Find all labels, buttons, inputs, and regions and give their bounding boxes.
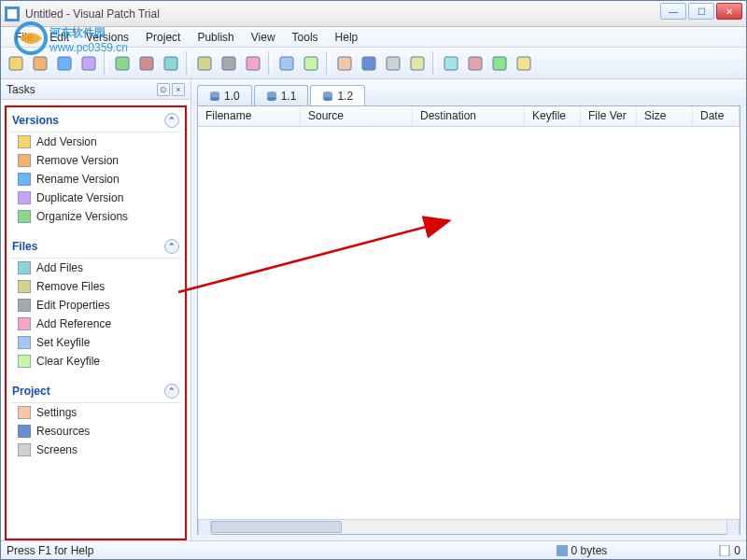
task-item[interactable]: Clear Keyfile bbox=[10, 352, 181, 371]
close-panel-icon[interactable]: × bbox=[172, 83, 185, 96]
screens-icon bbox=[18, 443, 31, 456]
status-bar: Press F1 for Help 0 bytes 0 bbox=[1, 540, 746, 559]
globe-icon[interactable] bbox=[440, 52, 462, 75]
page-edit-icon[interactable] bbox=[242, 52, 264, 75]
column-header[interactable]: Keyfile bbox=[525, 106, 581, 126]
column-header[interactable]: Date bbox=[693, 106, 740, 126]
column-header[interactable]: Destination bbox=[413, 106, 525, 126]
task-item[interactable]: Screens bbox=[10, 441, 181, 459]
close-button[interactable]: ✕ bbox=[716, 3, 742, 20]
task-item[interactable]: Add Version bbox=[10, 133, 181, 151]
column-header[interactable]: Size bbox=[637, 106, 693, 126]
column-label: Destination bbox=[420, 109, 476, 122]
grid-body[interactable] bbox=[198, 127, 740, 519]
task-item[interactable]: Duplicate Version bbox=[10, 189, 181, 207]
user-settings-icon[interactable] bbox=[333, 52, 356, 75]
maximize-button[interactable]: ☐ bbox=[688, 3, 714, 20]
chevron-up-icon[interactable]: ⌃ bbox=[164, 384, 179, 399]
task-label: Add Files bbox=[36, 261, 83, 274]
toolbar-separator bbox=[326, 51, 330, 76]
page-remove-icon[interactable] bbox=[218, 52, 240, 75]
task-item[interactable]: Rename Version bbox=[10, 170, 181, 189]
menu-publish[interactable]: Publish bbox=[189, 29, 242, 46]
task-label: Rename Version bbox=[36, 173, 120, 186]
task-item[interactable]: Set Keyfile bbox=[10, 333, 181, 352]
task-item[interactable]: Settings bbox=[10, 403, 181, 422]
task-label: Remove Files bbox=[36, 280, 105, 293]
settings-icon bbox=[18, 406, 31, 419]
menu-file[interactable]: File bbox=[7, 29, 41, 46]
svg-point-44 bbox=[323, 97, 332, 101]
svg-rect-9 bbox=[198, 57, 211, 70]
svg-rect-45 bbox=[557, 545, 568, 556]
scroll-thumb[interactable] bbox=[211, 521, 342, 533]
task-label: Add Reference bbox=[36, 317, 111, 330]
task-group-project[interactable]: Project⌃ bbox=[10, 380, 181, 403]
attach-icon[interactable] bbox=[358, 52, 380, 75]
horizontal-scrollbar[interactable] bbox=[198, 519, 740, 534]
column-header[interactable]: Filename bbox=[198, 106, 301, 126]
box-icon[interactable] bbox=[464, 52, 486, 75]
db-remove-icon[interactable] bbox=[135, 52, 158, 75]
chevron-up-icon[interactable]: ⌃ bbox=[164, 239, 179, 254]
menu-view[interactable]: View bbox=[243, 29, 284, 46]
menu-edit[interactable]: Edit bbox=[41, 29, 78, 46]
minimize-button[interactable]: — bbox=[660, 3, 686, 20]
status-count: 0 bbox=[719, 544, 740, 557]
chevron-up-icon[interactable]: ⌃ bbox=[164, 113, 179, 128]
column-header[interactable]: File Ver bbox=[581, 106, 637, 126]
svg-rect-18 bbox=[444, 57, 458, 70]
app-icon bbox=[5, 7, 20, 21]
list-icon[interactable] bbox=[406, 52, 429, 75]
task-label: Clear Keyfile bbox=[36, 355, 100, 368]
save-icon[interactable] bbox=[53, 52, 76, 75]
wizard-icon[interactable] bbox=[78, 52, 100, 75]
clear-keyfile-icon bbox=[18, 355, 31, 368]
version-tabs: 1.01.11.2 bbox=[191, 79, 746, 105]
window-icon[interactable] bbox=[382, 52, 404, 75]
menu-tools[interactable]: Tools bbox=[284, 29, 327, 46]
rename-version-icon bbox=[18, 173, 31, 186]
db-add-icon[interactable] bbox=[111, 52, 134, 75]
svg-rect-3 bbox=[34, 57, 47, 70]
task-item[interactable]: Resources bbox=[10, 422, 181, 441]
task-item[interactable]: Add Files bbox=[10, 259, 181, 277]
scroll-right-button[interactable] bbox=[726, 520, 740, 535]
open-icon[interactable] bbox=[29, 52, 51, 75]
menu-versions[interactable]: Versions bbox=[78, 29, 137, 46]
tab-version[interactable]: 1.1 bbox=[254, 85, 309, 105]
menu-help[interactable]: Help bbox=[327, 29, 367, 46]
ref-rem-icon[interactable] bbox=[300, 52, 322, 75]
new-file-icon[interactable] bbox=[5, 52, 27, 75]
task-group-files[interactable]: Files⌃ bbox=[10, 235, 181, 259]
pin-icon[interactable]: ⊙ bbox=[157, 83, 170, 96]
help-icon[interactable] bbox=[488, 52, 511, 75]
task-item[interactable]: Organize Versions bbox=[10, 207, 181, 226]
db-dup-icon[interactable] bbox=[160, 52, 182, 75]
task-label: Edit Properties bbox=[36, 299, 110, 312]
column-label: Source bbox=[308, 109, 344, 122]
svg-rect-26 bbox=[18, 210, 31, 223]
grid-header: FilenameSourceDestinationKeyfileFile Ver… bbox=[198, 106, 740, 127]
menu-project[interactable]: Project bbox=[137, 29, 189, 46]
task-item[interactable]: Remove Files bbox=[10, 277, 181, 296]
task-group-versions[interactable]: Versions⌃ bbox=[10, 109, 181, 133]
task-item[interactable]: Edit Properties bbox=[10, 296, 181, 315]
task-group-title: Project bbox=[12, 385, 50, 398]
ref-add-icon[interactable] bbox=[275, 52, 298, 75]
svg-rect-7 bbox=[140, 57, 153, 70]
scroll-left-button[interactable] bbox=[198, 520, 211, 535]
page-add-icon[interactable] bbox=[193, 52, 216, 75]
edit-properties-icon bbox=[18, 299, 31, 312]
pdf-icon[interactable] bbox=[513, 52, 535, 75]
column-header[interactable]: Source bbox=[301, 106, 413, 126]
tasks-sidebar: Tasks ⊙× Versions⌃Add VersionRemove Vers… bbox=[1, 79, 191, 540]
tab-version[interactable]: 1.0 bbox=[197, 85, 252, 105]
toolbar-separator bbox=[104, 51, 107, 76]
svg-rect-17 bbox=[411, 57, 424, 70]
svg-rect-21 bbox=[517, 57, 530, 70]
tab-version[interactable]: 1.2 bbox=[310, 85, 365, 105]
task-item[interactable]: Remove Version bbox=[10, 151, 181, 170]
task-item[interactable]: Add Reference bbox=[10, 315, 181, 333]
task-label: Set Keyfile bbox=[36, 336, 90, 349]
